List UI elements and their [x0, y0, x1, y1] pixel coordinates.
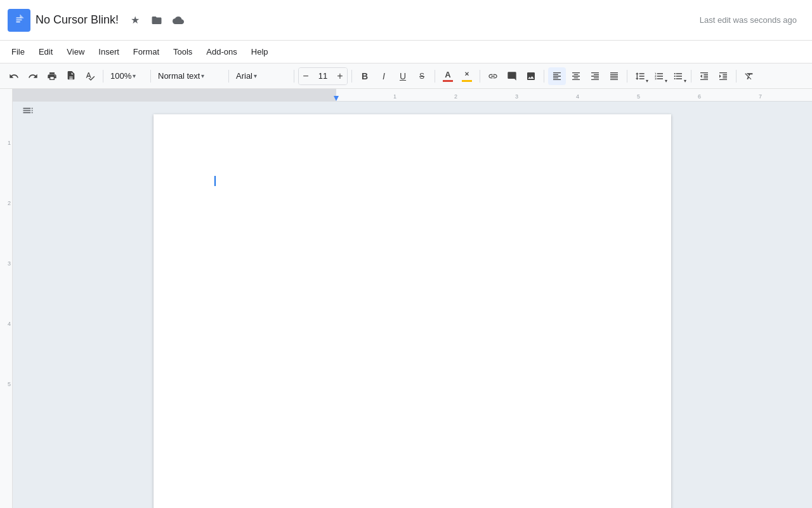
ruler-mark-5: 5	[8, 381, 11, 387]
font-arrow-icon: ▾	[254, 72, 257, 79]
undo-button[interactable]	[5, 67, 23, 85]
ruler-mark-3: 3	[8, 260, 11, 267]
font-dropdown[interactable]: Arial ▾	[233, 67, 290, 85]
font-color-button[interactable]: A	[439, 67, 457, 85]
menu-help[interactable]: Help	[245, 44, 275, 59]
menu-edit[interactable]: Edit	[32, 44, 59, 59]
page-container	[13, 102, 812, 508]
underline-button[interactable]: U	[394, 67, 412, 85]
folder-button[interactable]	[148, 11, 166, 29]
cloud-button[interactable]	[169, 11, 187, 29]
ruler-mark-4: 4	[8, 321, 11, 327]
divider-9	[627, 70, 627, 83]
last-edit-status: Last edit was seconds ago	[700, 15, 804, 25]
menu-view[interactable]: View	[60, 44, 91, 59]
doc-title[interactable]: No Cursor Blink!	[36, 13, 119, 27]
align-left-button[interactable]	[548, 67, 566, 85]
menu-addons[interactable]: Add-ons	[200, 44, 243, 59]
font-size-input[interactable]	[313, 67, 333, 85]
title-bar: No Cursor Blink! ★ Last edit was seconds…	[0, 0, 812, 41]
increase-indent-button[interactable]	[714, 67, 732, 85]
menu-file[interactable]: File	[5, 44, 31, 59]
bold-button[interactable]: B	[356, 67, 374, 85]
clear-formatting-button[interactable]	[740, 67, 758, 85]
menu-bar: File Edit View Insert Format Tools Add-o…	[0, 41, 812, 64]
font-size-area: − +	[298, 67, 348, 85]
italic-button[interactable]: I	[375, 67, 393, 85]
ruler-mark-2: 2	[8, 200, 11, 206]
zoom-dropdown[interactable]: 100% ▾	[107, 67, 147, 85]
line-spacing-button[interactable]: ▾	[631, 67, 649, 85]
divider-5	[351, 70, 352, 83]
toolbar: 100% ▾ Normal text ▾ Arial ▾ − + B I U S…	[0, 64, 812, 89]
divider-8	[544, 70, 544, 83]
align-center-button[interactable]	[567, 67, 585, 85]
outline-sidebar	[19, 102, 37, 119]
style-arrow-icon: ▾	[201, 72, 204, 79]
text-cursor	[214, 176, 216, 186]
style-dropdown[interactable]: Normal text ▾	[155, 67, 225, 85]
image-button[interactable]	[522, 67, 540, 85]
divider-3	[228, 70, 229, 83]
ruler-mark-1: 1	[8, 140, 11, 146]
redo-button[interactable]	[24, 67, 42, 85]
menu-format[interactable]: Format	[127, 44, 166, 59]
divider-7	[480, 70, 480, 83]
divider-11	[736, 70, 737, 83]
increase-font-size-button[interactable]: +	[333, 67, 347, 85]
scroll-area[interactable]: 1 2 3 4 5 6 7	[13, 89, 812, 508]
spell-check-button[interactable]	[81, 67, 99, 85]
title-actions: ★	[126, 11, 187, 29]
zoom-arrow-icon: ▾	[133, 72, 136, 79]
divider-4	[294, 70, 294, 83]
divider-2	[150, 70, 151, 83]
decrease-font-size-button[interactable]: −	[299, 67, 313, 85]
outline-icon[interactable]	[19, 102, 37, 119]
app-icon	[8, 9, 30, 32]
highlight-button[interactable]	[458, 67, 476, 85]
star-button[interactable]: ★	[126, 11, 144, 29]
divider-10	[691, 70, 691, 83]
paint-format-button[interactable]	[62, 67, 80, 85]
divider-1	[103, 70, 103, 83]
content-area: 1 2 3 4 5 1 2 3 4 5 6 7	[0, 89, 812, 508]
strikethrough-button[interactable]: S	[413, 67, 431, 85]
svg-rect-3	[16, 21, 20, 22]
link-button[interactable]	[484, 67, 502, 85]
print-button[interactable]	[43, 67, 61, 85]
divider-6	[435, 70, 435, 83]
numbered-list-button[interactable]: ▾	[650, 67, 668, 85]
comment-button[interactable]	[503, 67, 521, 85]
menu-insert[interactable]: Insert	[92, 44, 126, 59]
bulleted-list-button[interactable]: ▾	[669, 67, 687, 85]
svg-rect-2	[16, 19, 22, 20]
vertical-ruler: 1 2 3 4 5	[0, 89, 13, 508]
horizontal-ruler: 1 2 3 4 5 6 7	[13, 89, 812, 102]
document-content[interactable]	[214, 175, 610, 188]
decrease-indent-button[interactable]	[695, 67, 713, 85]
menu-tools[interactable]: Tools	[167, 44, 199, 59]
align-right-button[interactable]	[586, 67, 604, 85]
align-justify-button[interactable]	[605, 67, 623, 85]
document-page[interactable]	[154, 114, 671, 508]
